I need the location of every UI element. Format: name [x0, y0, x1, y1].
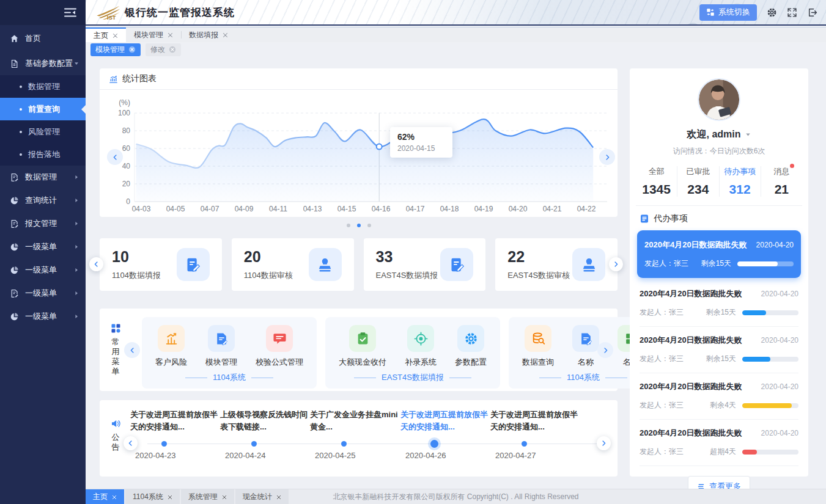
- quick-menu-item[interactable]: 客户风险: [155, 325, 187, 368]
- footer-tab[interactable]: 主页: [86, 489, 124, 504]
- user-avatar[interactable]: [698, 78, 740, 121]
- announcements-next-button[interactable]: [597, 436, 611, 450]
- quick-menu-item[interactable]: 名称: [572, 325, 599, 368]
- quick-menu-item[interactable]: 模块管理: [205, 325, 237, 368]
- footer-tab-label: 主页: [93, 492, 108, 502]
- quick-menu-item[interactable]: 补录系统: [405, 325, 437, 368]
- stamp-icon: [572, 248, 605, 281]
- announcement-item[interactable]: 关于改进周五提前放假半天的安排通知...2020-04-23: [130, 400, 223, 433]
- todo-item[interactable]: 2020年4月20日数据跑批失败2020-04-20发起人：张三剩余15天: [640, 327, 798, 373]
- chart-prev-button[interactable]: [107, 149, 123, 165]
- sidebar-item[interactable]: 首页: [0, 25, 86, 52]
- todo-date: 2020-04-20: [756, 241, 794, 249]
- footer-tab[interactable]: 1104系统: [125, 489, 180, 504]
- sidebar-item[interactable]: 查询统计: [0, 189, 86, 212]
- quick-menu-item[interactable]: 大额现金收付: [339, 325, 386, 368]
- open-tab[interactable]: 主页: [86, 27, 126, 42]
- profile-stat[interactable]: 消息21: [761, 166, 802, 197]
- sidebar-item[interactable]: 报文管理: [0, 212, 86, 235]
- quick-menu-label-text: 常用菜单: [112, 337, 120, 376]
- sidebar-item[interactable]: 数据管理: [0, 166, 86, 189]
- quick-menu-item-label: 补录系统: [405, 357, 437, 368]
- announcement-item[interactable]: 关于广发金业务挂盘mini黄金...2020-04-25: [310, 400, 403, 433]
- todo-item[interactable]: 2020年4月20日数据跑批失败2020-04-20发起人：张三剩余15天: [640, 280, 798, 327]
- sidebar-subitem[interactable]: 风险管理: [0, 120, 86, 143]
- arrow-right-icon: [73, 267, 79, 273]
- close-icon[interactable]: [223, 32, 228, 38]
- sidebar-subitem[interactable]: 前置查询: [0, 98, 86, 120]
- collapse-menu-icon[interactable]: [64, 7, 77, 18]
- pager-dot[interactable]: [357, 224, 361, 227]
- filter-chip[interactable]: 修改: [146, 43, 181, 56]
- quick-menu-item[interactable]: 校验公式管理: [256, 325, 303, 368]
- todo-list: 2020年4月20日数据跑批失败2020-04-20发起人：张三剩余15天202…: [630, 230, 808, 466]
- pager-dot[interactable]: [347, 224, 350, 227]
- quick-menu-next-button[interactable]: [597, 342, 613, 358]
- todo-item[interactable]: 2020年4月20日数据跑批失败2020-04-20发起人：张三剩余15天: [637, 230, 801, 278]
- stat-card[interactable]: 201104数据审核: [232, 238, 354, 291]
- announcement-item[interactable]: 关于改进周五提前放假半天的安排通知...2020-04-27: [490, 400, 583, 433]
- close-circle-icon[interactable]: [169, 46, 176, 53]
- announcement-title: 关于改进周五提前放假半天的安排通知...: [400, 409, 493, 433]
- sidebar-subitem[interactable]: 数据管理: [0, 75, 86, 98]
- group-caption: EAST4S数据填报: [354, 372, 471, 383]
- home-icon: [10, 34, 19, 43]
- stat-card[interactable]: 101104数据填报: [100, 238, 222, 291]
- sidebar-subitem[interactable]: 报告落地: [0, 143, 86, 166]
- todo-progress-bar: [742, 310, 798, 315]
- announcement-item[interactable]: 关于改进周五提前放假半天的安排通知...2020-04-26: [400, 400, 493, 433]
- sidebar-item[interactable]: 一级菜单: [0, 258, 86, 282]
- speaker-icon: [111, 418, 121, 429]
- filter-chip[interactable]: 模块管理: [90, 43, 141, 56]
- quick-menu-item[interactable]: 参数配置: [455, 325, 487, 368]
- quick-menu-item[interactable]: 数据查询: [522, 325, 554, 368]
- close-icon[interactable]: [168, 32, 173, 38]
- logout-icon[interactable]: [807, 7, 817, 18]
- close-icon[interactable]: [112, 33, 118, 38]
- profile-stat[interactable]: 全部1345: [636, 166, 677, 197]
- docedit-icon: [10, 173, 19, 182]
- profile-panel: 欢迎, admin 访问情况：今日访问次数6次 全部1345已审批234待办事项…: [630, 68, 808, 477]
- stat-card[interactable]: 33EAST4S数据填报: [364, 238, 486, 291]
- fullscreen-icon[interactable]: [787, 7, 797, 18]
- footer-tab[interactable]: 现金统计: [235, 489, 289, 504]
- announcement-date: 2020-04-27: [495, 451, 536, 460]
- todo-remaining: 剩余15天: [706, 354, 736, 364]
- line-chart[interactable]: 100806040200(%)04-0304-0504-0704-0904-11…: [100, 90, 618, 216]
- chart-next-button[interactable]: [599, 149, 615, 165]
- announcement-item[interactable]: 上级领导视察反洗钱时间表下载链接...2020-04-24: [220, 400, 313, 433]
- todo-item[interactable]: 2020年4月20日数据跑批失败2020-04-20发起人：张三剩余4天: [640, 373, 798, 420]
- dbsearch-icon: [525, 325, 551, 352]
- close-icon[interactable]: [276, 495, 281, 500]
- welcome-user[interactable]: 欢迎, admin: [630, 128, 808, 141]
- profile-stat[interactable]: 已审批234: [677, 166, 718, 197]
- stats-prev-button[interactable]: [89, 257, 103, 271]
- announcement-date: 2020-04-24: [225, 451, 266, 460]
- sidebar-item[interactable]: 一级菜单: [0, 235, 86, 258]
- sidebar-item[interactable]: 一级菜单: [0, 282, 86, 305]
- stat-card[interactable]: 22EAST4S数据审核: [495, 238, 618, 291]
- module-icon: [208, 325, 235, 352]
- system-switch-button[interactable]: 系统切换: [699, 4, 757, 21]
- todo-item[interactable]: 2020年4月20日数据跑批失败2020-04-20发起人：张三超期4天: [640, 420, 798, 466]
- quick-menu-group: 大额现金收付补录系统参数配置EAST4S数据填报: [325, 317, 500, 389]
- profile-stat[interactable]: 待办事项312: [719, 166, 761, 197]
- close-icon[interactable]: [222, 495, 227, 500]
- settings-gear-icon[interactable]: [767, 7, 777, 18]
- open-tab[interactable]: 模块管理: [126, 27, 181, 42]
- svg-text:IST: IST: [107, 15, 116, 20]
- close-circle-icon[interactable]: [128, 46, 136, 53]
- open-tabs-bar: 主页模块管理数据填报: [86, 27, 826, 42]
- footer-tab[interactable]: 系统管理: [181, 489, 234, 504]
- open-tab[interactable]: 数据填报: [181, 27, 236, 42]
- close-icon[interactable]: [168, 495, 172, 500]
- stats-next-button[interactable]: [609, 257, 623, 271]
- announcement-title: 关于广发金业务挂盘mini黄金...: [310, 409, 403, 433]
- quick-menu-prev-button[interactable]: [124, 342, 140, 358]
- sidebar-item[interactable]: 一级菜单: [0, 305, 86, 328]
- close-icon[interactable]: [112, 495, 117, 500]
- announcements-prev-button[interactable]: [124, 436, 138, 450]
- quick-menu-groups: 客户风险模块管理校验公式管理1104系统大额现金收付补录系统参数配置EAST4S…: [142, 317, 658, 389]
- pager-dot[interactable]: [367, 224, 371, 227]
- sidebar-item[interactable]: 基础参数配置: [0, 52, 86, 75]
